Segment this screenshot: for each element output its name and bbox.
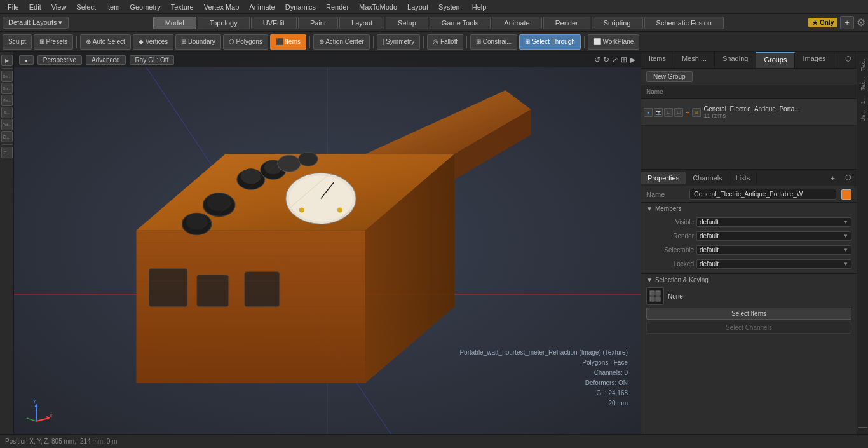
toolbar-sep-5	[466, 36, 467, 48]
tab-model[interactable]: Model	[153, 17, 196, 29]
expand-panel-icon[interactable]: ⬡	[840, 52, 857, 68]
group-render-icon[interactable]: 📷	[654, 108, 663, 117]
layout-dropdown[interactable]: Default Layouts ▾	[3, 17, 69, 29]
viewport-icon-play[interactable]: ▶	[630, 55, 635, 64]
sidebar-edit[interactable]: E...	[1, 107, 13, 118]
select-channels-button[interactable]: Select Channels	[646, 322, 851, 334]
menu-item[interactable]: Item	[101, 2, 125, 12]
workplane-button[interactable]: ⬜ WorkPlane	[588, 34, 640, 50]
sk-none-row: None	[646, 287, 851, 305]
menu-system[interactable]: System	[433, 2, 467, 12]
tab-shading[interactable]: Shading	[715, 52, 756, 68]
symmetry-button[interactable]: | Symmetry	[377, 34, 420, 50]
tab-properties[interactable]: Properties	[641, 172, 686, 184]
menu-vertex-map[interactable]: Vertex Map	[199, 2, 245, 12]
tab-schematic-fusion[interactable]: Schematic Fusion	[644, 17, 724, 29]
menu-layout[interactable]: Layout	[402, 2, 433, 12]
groups-list-item[interactable]: ● 📷 □ □ + ⊞ General_Electric_Antique_Por…	[641, 99, 857, 126]
menu-file[interactable]: File	[3, 2, 24, 12]
menu-help[interactable]: Help	[467, 2, 492, 12]
selectable-dropdown[interactable]: default ▼	[696, 245, 851, 255]
members-section-title[interactable]: ▼ Members	[646, 205, 851, 212]
visible-dropdown[interactable]: default ▼	[696, 217, 851, 227]
tab-animate[interactable]: Animate	[492, 17, 541, 29]
render-dropdown[interactable]: default ▼	[696, 231, 851, 241]
viewport[interactable]: Perspective Advanced Ray GL: Off ↺ ↻ ⤢ ⊞…	[14, 52, 641, 434]
expand-properties-icon[interactable]: ⬡	[840, 171, 857, 184]
tab-groups[interactable]: Groups	[756, 52, 795, 68]
tab-topology[interactable]: Topology	[198, 17, 250, 29]
settings-icon[interactable]: ⚙	[857, 17, 865, 29]
sidebar-c[interactable]: C...	[1, 131, 13, 142]
viewport-advanced-btn[interactable]: Advanced	[86, 55, 125, 65]
menu-render[interactable]: Render	[321, 2, 354, 12]
far-right-tab-1[interactable]: Tex...	[858, 55, 867, 74]
selection-keying-title[interactable]: ▼ Selection & Keying	[646, 276, 851, 283]
far-right-tab-3[interactable]: 1...	[858, 93, 867, 107]
props-name-input[interactable]	[689, 189, 836, 200]
tab-game-tools[interactable]: Game Tools	[430, 17, 491, 29]
select-through-button[interactable]: ⊞ Select Through	[519, 34, 580, 50]
viewport-icon-refresh[interactable]: ↻	[603, 55, 609, 64]
viewport-raygl-btn[interactable]: Ray GL: Off	[130, 55, 175, 65]
menu-dynamics[interactable]: Dynamics	[280, 2, 321, 12]
polygons-button[interactable]: ⬡ Polygons	[223, 34, 268, 50]
menu-maxtomodo[interactable]: MaxToModo	[354, 2, 402, 12]
action-center-button[interactable]: ⊕ Action Center	[313, 34, 370, 50]
locked-dropdown[interactable]: default ▼	[696, 259, 851, 269]
menu-edit[interactable]: Edit	[24, 2, 46, 12]
group-lock-icon[interactable]: □	[664, 108, 673, 117]
group-plus-icon[interactable]: +	[686, 109, 689, 116]
svg-point-12	[299, 207, 304, 212]
toolbar: Sculpt ⊞ Presets ⊕ Auto Select ◆ Vertice…	[0, 32, 868, 52]
sidebar-deformation[interactable]: De...	[1, 71, 13, 82]
select-items-button[interactable]: Select Items	[646, 308, 851, 320]
menu-animate[interactable]: Animate	[244, 2, 280, 12]
menu-geometry[interactable]: Geometry	[125, 2, 165, 12]
viewport-icon-expand[interactable]: ⤢	[612, 55, 618, 64]
tab-setup[interactable]: Setup	[386, 17, 428, 29]
render-label: Render	[646, 233, 694, 240]
tab-render[interactable]: Render	[543, 17, 590, 29]
sidebar-mesh[interactable]: Me...	[1, 95, 13, 106]
tab-scripting[interactable]: Scripting	[592, 17, 643, 29]
new-group-button[interactable]: New Group	[646, 71, 693, 82]
menu-texture[interactable]: Texture	[166, 2, 199, 12]
viewport-icon-grid[interactable]: ⊞	[621, 55, 627, 64]
tab-lists[interactable]: Lists	[729, 172, 757, 184]
tab-mesh[interactable]: Mesh ...	[674, 52, 715, 68]
tab-images[interactable]: Images	[795, 52, 834, 68]
tab-items[interactable]: Items	[641, 52, 674, 68]
viewport-icon-rotate[interactable]: ↺	[594, 55, 600, 64]
presets-button[interactable]: ⊞ Presets	[34, 34, 74, 50]
group-expand-icon[interactable]: □	[674, 108, 683, 117]
tab-layout[interactable]: Layout	[339, 17, 384, 29]
sculpt-button[interactable]: Sculpt	[3, 34, 32, 50]
props-color-picker[interactable]	[841, 189, 851, 200]
sk-collapse-icon: ▼	[646, 276, 653, 283]
tab-channels[interactable]: Channels	[686, 172, 729, 184]
tab-paint[interactable]: Paint	[298, 17, 338, 29]
falloff-button[interactable]: ◎ Falloff	[427, 34, 463, 50]
vertices-button[interactable]: ◆ Vertices	[133, 34, 173, 50]
viewport-perspective-btn[interactable]: Perspective	[37, 55, 82, 65]
sidebar-icon-1[interactable]: ▶	[1, 55, 13, 66]
toolbar-sep-3	[373, 36, 374, 48]
add-property-button[interactable]: +	[826, 172, 840, 184]
sidebar-f[interactable]: F...	[1, 147, 13, 158]
group-eye-icon[interactable]: ●	[644, 108, 653, 117]
sidebar-duplicate[interactable]: Du...	[1, 83, 13, 94]
far-right-tab-4[interactable]: Us...	[858, 107, 867, 125]
boundary-button[interactable]: ⊞ Boundary	[175, 34, 221, 50]
constraints-button[interactable]: ⊞ Constrai...	[470, 34, 517, 50]
menu-select[interactable]: Select	[71, 2, 101, 12]
viewport-mode-btn[interactable]	[19, 55, 34, 65]
menu-view[interactable]: View	[46, 2, 72, 12]
props-selectable-row: Selectable default ▼	[646, 243, 851, 257]
auto-select-button[interactable]: ⊕ Auto Select	[80, 34, 130, 50]
tab-uvedit[interactable]: UVEdit	[251, 17, 297, 29]
add-layout-button[interactable]: +	[840, 16, 854, 29]
sidebar-polygon[interactable]: Pol...	[1, 119, 13, 130]
far-right-tab-2[interactable]: Tex...	[858, 74, 867, 93]
items-button[interactable]: ⬛ Items	[270, 34, 306, 50]
